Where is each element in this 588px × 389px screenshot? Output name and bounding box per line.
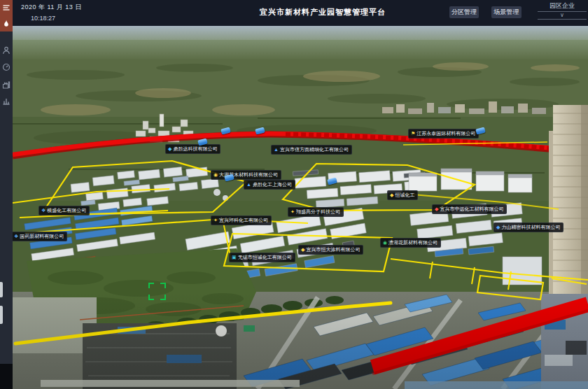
company-marker-icon: ▲: [246, 182, 251, 188]
company-label-text: 宜兴市恒大涂料有限公司: [306, 246, 360, 253]
company-marker-icon: ◆: [168, 146, 172, 152]
company-map-label[interactable]: ◆鼎胜达科技有限公司: [165, 144, 220, 154]
company-label-text: 恒诚化工: [395, 192, 414, 198]
company-label-text: 鼎胜化工上海公司: [253, 181, 292, 188]
page-title: 宜兴市新材料产业园智慧管理平台: [260, 7, 386, 17]
factory-icon[interactable]: [2, 80, 10, 89]
company-label-text: 国药新材料有限公司: [20, 233, 64, 239]
sidebar: [0, 0, 13, 389]
company-marker-icon: ◆: [496, 225, 500, 230]
company-map-label[interactable]: ▲宜兴市信方圆精细化工有限公司: [271, 145, 352, 155]
company-label-text: 宜兴市中远化工材料有限公司: [440, 206, 503, 212]
company-label-text: 翔盛高分子科技公司: [296, 208, 340, 215]
company-marker-icon: ▲: [274, 147, 279, 153]
company-label-text: 鼎胜达科技有限公司: [173, 146, 217, 152]
menu-icon[interactable]: [2, 3, 10, 12]
flame-icon[interactable]: [2, 20, 10, 28]
company-map-label[interactable]: ✦翔盛高分子科技公司: [288, 207, 344, 217]
company-map-label[interactable]: ◆力山精密科技材料有限公司: [493, 222, 564, 232]
company-marker-icon: ❖: [14, 234, 18, 239]
header-bar: 2020 年 11 月 13 日 10:18:27 宜兴市新材料产业园智慧管理平…: [0, 0, 588, 26]
company-map-label[interactable]: ❖横盛化工有限公司: [38, 206, 90, 215]
company-marker-icon: ◆: [435, 206, 438, 212]
company-map-label[interactable]: ⚑江苏永泰国际材料有限公司: [408, 129, 479, 139]
gauge-icon[interactable]: [2, 63, 10, 71]
company-label-text: 宜兴环科化工有限公司: [219, 217, 268, 223]
company-map-label[interactable]: ◆宜兴市恒大涂料有限公司: [298, 245, 363, 255]
zone-management-button[interactable]: 分区管理: [449, 6, 479, 18]
company-marker-icon: ◉: [383, 240, 387, 246]
park-enterprise-dropdown[interactable]: 园区企业 ∨: [538, 1, 587, 22]
company-label-text: 漕湖花新材料有限公司: [388, 239, 438, 246]
smart-park-platform: ◆鼎胜达科技有限公司▲宜兴市信方圆精细化工有限公司◉大湖花木材料科技有限公司▲鼎…: [0, 0, 588, 389]
company-map-label[interactable]: ◆宜兴市中远化工材料有限公司: [432, 204, 507, 214]
company-map-label[interactable]: ◉大湖花木材料科技有限公司: [211, 170, 281, 180]
sidebar-footer: [0, 364, 13, 389]
divider: [538, 19, 587, 20]
company-marker-icon: ❖: [41, 208, 46, 213]
park-enterprise-label: 园区企业: [538, 1, 587, 10]
company-marker-icon: ◆: [390, 192, 393, 198]
company-label-text: 力山精密科技材料有限公司: [501, 224, 560, 230]
scene-management-button[interactable]: 场景管理: [491, 6, 522, 18]
date-text: 2020 年 11 月 13 日: [21, 3, 82, 12]
company-map-label[interactable]: ✦宜兴环科化工有限公司: [211, 215, 272, 225]
company-marker-icon: ▣: [232, 255, 237, 260]
company-map-label[interactable]: ▣无锡市恒诚化工有限公司: [229, 253, 295, 262]
company-map-label[interactable]: ◉漕湖花新材料有限公司: [380, 238, 441, 248]
company-label-text: 江苏永泰国际材料有限公司: [416, 130, 475, 136]
company-marker-icon: ✦: [290, 209, 295, 215]
company-label-text: 大湖花木材料科技有限公司: [219, 171, 278, 178]
chevron-down-icon: ∨: [538, 12, 587, 18]
company-map-label[interactable]: ❖国药新材料有限公司: [11, 232, 67, 241]
company-label-text: 宜兴市信方圆精细化工有限公司: [280, 146, 349, 153]
edge-panel-handle[interactable]: [0, 306, 3, 324]
company-label-text: 无锡市恒诚化工有限公司: [238, 254, 292, 260]
company-marker-icon: ✦: [214, 218, 218, 223]
company-marker-icon: ◆: [301, 247, 304, 253]
company-map-label[interactable]: ◆恒诚化工: [387, 190, 418, 200]
company-label-text: 横盛化工有限公司: [47, 207, 86, 213]
company-map-label[interactable]: ▲鼎胜化工上海公司: [244, 180, 295, 190]
company-marker-icon: ⚑: [411, 131, 415, 136]
time-text: 10:18:27: [31, 15, 55, 22]
bar-chart-icon[interactable]: [2, 97, 10, 105]
company-marker-icon: ◉: [214, 172, 218, 178]
user-icon[interactable]: [2, 46, 10, 55]
edge-panel-handle[interactable]: [0, 282, 3, 297]
